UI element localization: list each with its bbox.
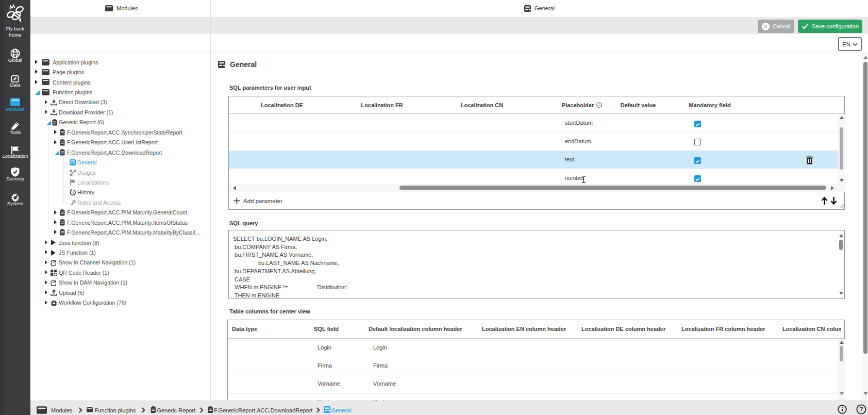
svg-text:?: ?	[859, 406, 863, 413]
